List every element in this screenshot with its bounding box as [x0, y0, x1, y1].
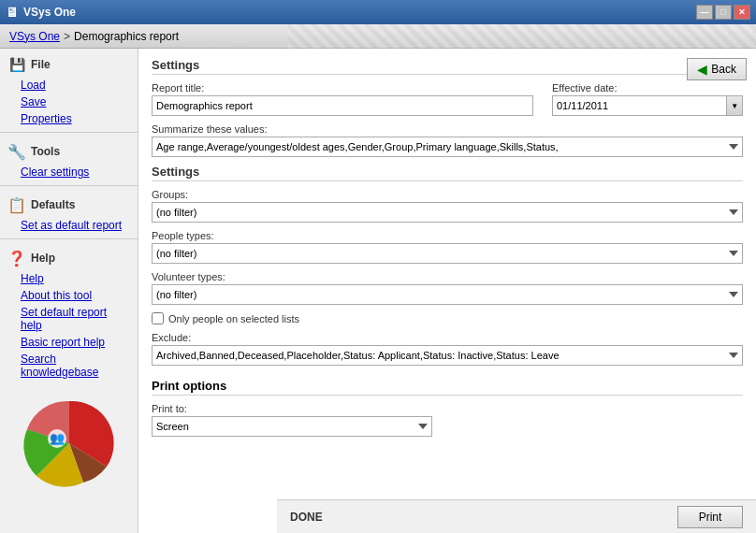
status-text: DONE: [290, 511, 323, 524]
file-icon: 💾: [7, 55, 26, 74]
tools-icon: 🔧: [7, 142, 26, 161]
sidebar-help-label: Help: [31, 252, 55, 265]
pie-chart-area: 👥: [8, 392, 130, 504]
sidebar: 💾 File Load Save Properties 🔧 Tools Clea…: [0, 49, 138, 533]
divider-3: [0, 238, 138, 239]
sidebar-file-section: 💾 File Load Save Properties: [0, 49, 138, 129]
sidebar-item-clear-settings[interactable]: Clear settings: [0, 164, 138, 180]
only-selected-label: Only people on selected lists: [168, 313, 299, 324]
sidebar-tools-section: 🔧 Tools Clear settings: [0, 136, 138, 182]
sidebar-defaults-label: Defaults: [31, 198, 75, 211]
sidebar-file-label: File: [31, 58, 51, 71]
sidebar-help-section: ❓ Help Help About this tool Set default …: [0, 242, 138, 382]
summarize-row: Summarize these values: Age range,Averag…: [152, 123, 743, 157]
settings2-title: Settings: [152, 165, 743, 181]
print-to-select[interactable]: Screen PDF Printer: [152, 416, 432, 437]
groups-row: Groups: (no filter): [152, 189, 743, 223]
date-input-wrapper: ▼: [552, 95, 743, 116]
defaults-icon: 📋: [7, 195, 26, 214]
sidebar-tools-label: Tools: [31, 145, 60, 158]
groups-select[interactable]: (no filter): [152, 202, 743, 223]
divider-1: [0, 132, 138, 133]
content-wrapper: Settings Report title: Effective date: ▼…: [138, 49, 756, 533]
print-to-row: Print to: Screen PDF Printer: [152, 403, 743, 437]
sidebar-item-set-default-help[interactable]: Set default report help: [0, 304, 138, 334]
report-title-group: Report title:: [152, 82, 533, 116]
groups-label: Groups:: [152, 189, 743, 200]
bottom-bar: DONE Print: [277, 499, 756, 533]
people-types-select[interactable]: (no filter): [152, 243, 743, 264]
effective-date-input[interactable]: [552, 95, 727, 116]
sidebar-item-about-tool[interactable]: About this tool: [0, 287, 138, 304]
title-bar-left: 🖥 VSys One: [6, 5, 76, 20]
sidebar-item-basic-help[interactable]: Basic report help: [0, 334, 138, 351]
app-icon: 🖥: [6, 5, 19, 20]
sidebar-item-save[interactable]: Save: [0, 94, 138, 110]
breadcrumb-current: Demographics report: [74, 30, 179, 43]
sidebar-item-set-default[interactable]: Set as default report: [0, 217, 138, 234]
effective-date-group: Effective date: ▼: [552, 82, 743, 116]
back-button[interactable]: ◀ Back: [687, 58, 747, 80]
sidebar-tools-header: 🔧 Tools: [0, 139, 138, 164]
report-title-label: Report title:: [152, 82, 533, 94]
date-dropdown-button[interactable]: ▼: [727, 95, 743, 116]
exclude-label: Exclude:: [152, 332, 743, 343]
title-bar: 🖥 VSys One — □ ✕: [0, 0, 756, 24]
sidebar-file-header: 💾 File: [0, 52, 138, 77]
maximize-button[interactable]: □: [715, 5, 732, 20]
sidebar-help-header: ❓ Help: [0, 246, 138, 270]
app-title: VSys One: [23, 6, 76, 19]
breadcrumb-separator: >: [64, 30, 70, 43]
report-title-input[interactable]: [152, 95, 533, 116]
exclude-row: Exclude: Archived,Banned,Deceased,Placeh…: [152, 332, 743, 366]
people-types-label: People types:: [152, 230, 743, 241]
only-selected-checkbox[interactable]: [152, 312, 164, 324]
close-button[interactable]: ✕: [734, 5, 750, 20]
sidebar-defaults-header: 📋 Defaults: [0, 193, 138, 217]
exclude-select[interactable]: Archived,Banned,Deceased,Placeholder,Sta…: [152, 345, 743, 366]
divider-2: [0, 185, 138, 186]
volunteer-types-label: Volunteer types:: [152, 271, 743, 282]
svg-text:👥: 👥: [50, 430, 65, 446]
print-button[interactable]: Print: [677, 506, 743, 528]
sidebar-item-properties[interactable]: Properties: [0, 110, 138, 127]
print-options-section: Print options Print to: Screen PDF Print…: [152, 379, 743, 437]
people-types-row: People types: (no filter): [152, 230, 743, 264]
effective-date-label: Effective date:: [552, 82, 743, 94]
title-bar-controls: — □ ✕: [696, 5, 750, 20]
content-scroll: Settings Report title: Effective date: ▼…: [138, 49, 756, 533]
minimize-button[interactable]: —: [696, 5, 713, 20]
sidebar-item-search-kb[interactable]: Search knowledgebase: [0, 351, 138, 381]
summarize-select[interactable]: Age range,Average/youngest/oldest ages,G…: [152, 137, 743, 157]
volunteer-types-select[interactable]: (no filter): [152, 284, 743, 305]
settings1-title: Settings: [152, 58, 743, 75]
breadcrumb-bar: VSys One > Demographics report ◀ Back: [0, 24, 756, 49]
only-selected-row: Only people on selected lists: [152, 312, 743, 324]
sidebar-item-load[interactable]: Load: [0, 77, 138, 94]
main-layout: 💾 File Load Save Properties 🔧 Tools Clea…: [0, 49, 756, 533]
summarize-label: Summarize these values:: [152, 123, 743, 135]
pie-chart: 👥: [8, 392, 130, 495]
breadcrumb-root[interactable]: VSys One: [9, 30, 60, 43]
back-icon: ◀: [697, 62, 707, 77]
print-to-label: Print to:: [152, 403, 743, 414]
sidebar-item-help[interactable]: Help: [0, 270, 138, 287]
volunteer-types-row: Volunteer types: (no filter): [152, 271, 743, 305]
sidebar-defaults-section: 📋 Defaults Set as default report: [0, 189, 138, 236]
help-icon: ❓: [7, 249, 26, 267]
print-options-title: Print options: [152, 379, 743, 396]
report-title-date-row: Report title: Effective date: ▼: [152, 82, 743, 116]
